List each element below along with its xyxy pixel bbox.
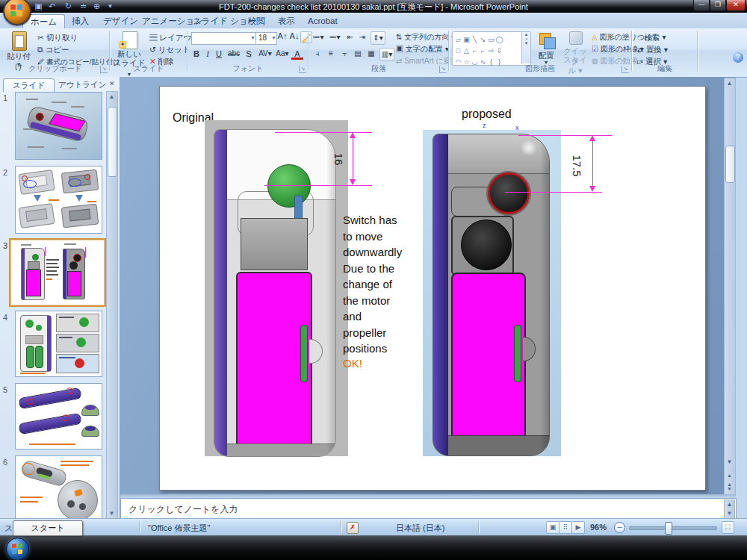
axis-z-label: z — [483, 122, 486, 129]
start-button[interactable] — [6, 538, 29, 560]
align-text-button[interactable]: ▣ 文字の配置 ▾ — [396, 43, 449, 55]
help-icon[interactable]: ? — [733, 52, 743, 63]
fit-to-window-button[interactable]: ⛶ — [722, 521, 734, 534]
restore-button[interactable]: ❐ — [710, 0, 726, 11]
original-green-slot — [300, 325, 308, 382]
paragraph-dialog-launcher[interactable]: ↘ — [439, 66, 447, 73]
dim16-top-line — [275, 132, 372, 133]
proposed-device-image[interactable] — [423, 130, 561, 456]
columns-button[interactable]: ▥▾ — [379, 48, 394, 61]
annotation-text[interactable]: Switch has to move downwardly Due to the… — [343, 212, 421, 357]
font-size-combo[interactable]: 18▼ — [255, 32, 277, 45]
normal-view-button[interactable]: ▣ — [546, 521, 560, 534]
minimize-button[interactable]: — — [693, 0, 710, 11]
align-left-button[interactable]: ⫞ — [312, 48, 323, 60]
notes-placeholder[interactable]: クリックしてノートを入力 — [128, 503, 238, 516]
line-spacing-button[interactable]: ⇕▾ — [371, 31, 385, 45]
clipboard-dialog-launcher[interactable]: ↘ — [100, 66, 108, 73]
slide-thumbnail-1[interactable] — [15, 92, 102, 160]
text-shadow-button[interactable]: S — [244, 48, 254, 60]
zoom-slider-track[interactable] — [629, 526, 717, 530]
close-button[interactable]: ✕ — [726, 0, 746, 11]
group-paragraph: ≔▾ ≕▾ ⇤ ⇥ ⇕▾ ⫞ ≡ ⫟ ▤ ▦ ▥▾ ⇅ 文字列の方向 ▾ ▣ 文… — [309, 30, 448, 73]
axis-x-label: x — [515, 124, 519, 131]
font-color-button[interactable]: A — [291, 48, 303, 60]
panel-scroll-down-icon[interactable]: ▼ — [107, 509, 117, 518]
slide-scroll-up-icon[interactable]: ▲ — [725, 79, 734, 88]
panel-scrollbar-thumb[interactable] — [108, 107, 117, 177]
zoom-percentage[interactable]: 96% — [590, 523, 607, 532]
tab-outline-pane[interactable]: アウトライン — [49, 78, 115, 91]
group-editing: ◌ 検索 ⇄ 置換 ▾ ▻ 選択 ▾ 編集 — [633, 30, 697, 73]
close-pane-icon[interactable]: ✕ — [109, 80, 115, 87]
spellcheck-icon[interactable]: ✗ — [347, 522, 359, 534]
strikethrough-button[interactable]: abc — [226, 48, 242, 60]
tab-acrobat[interactable]: Acrobat — [300, 14, 345, 28]
notes-pane[interactable]: クリックしてノートを入力 ▲ ▼ — [120, 498, 737, 520]
bold-button[interactable]: B — [191, 48, 202, 60]
language-indicator[interactable]: 日本語 (日本) — [396, 523, 444, 534]
shrink-font-button[interactable]: A↓ — [288, 30, 300, 42]
slide-thumbnail-6[interactable] — [15, 455, 102, 520]
find-button[interactable]: ◌ 検索 — [637, 32, 660, 43]
powerpoint-window: ▣ ↶ ↻ ≐ ⊕ ▼ FDT-200-changes check list 2… — [0, 0, 747, 560]
slide-canvas[interactable]: Original proposed — [159, 86, 706, 491]
proposed-label[interactable]: proposed — [462, 108, 512, 121]
clipboard-icon — [12, 31, 27, 51]
group-label-slides: スライド — [111, 63, 187, 74]
tab-review[interactable]: 校閲 — [241, 14, 273, 28]
tab-view[interactable]: 表示 — [270, 14, 303, 28]
zoom-slider-thumb[interactable] — [665, 522, 672, 535]
distribute-button[interactable]: ▦ — [366, 48, 376, 60]
copy-button[interactable]: ⧉ コピー — [37, 44, 69, 55]
tab-slides-pane[interactable]: スライド — [3, 78, 55, 92]
slide-thumbnail-4[interactable] — [15, 311, 102, 377]
group-label-editing: 編集 — [633, 63, 697, 74]
slide-thumbnail-5[interactable] — [15, 383, 102, 449]
tab-insert[interactable]: 挿入 — [64, 14, 96, 28]
font-dialog-launcher[interactable]: ↘ — [299, 66, 306, 73]
slide-thumbnail-3-selected[interactable] — [9, 238, 106, 307]
drawing-dialog-launcher[interactable]: ↘ — [622, 66, 629, 73]
align-right-button[interactable]: ⫟ — [339, 48, 350, 60]
slides-panel: スライド アウトライン ✕ 1 2 — [0, 77, 120, 518]
slide-sorter-view-button[interactable]: ⠿ — [559, 521, 572, 534]
underline-button[interactable]: U — [214, 48, 224, 60]
change-case-button[interactable]: Aa▾ — [275, 48, 290, 60]
shapes-gallery[interactable]: ▱▣╲↘▭◯ □△⌐⌐⇨⇩ ◠☆◡∿{} ▲▪▼ — [452, 31, 531, 66]
notes-scrollbar[interactable]: ▲ ▼ — [724, 500, 735, 519]
slide-thumbnail-2[interactable] — [15, 166, 102, 234]
slide-scrollbar-thumb[interactable] — [725, 146, 735, 183]
text-direction-button[interactable]: ⇅ 文字列の方向 ▾ — [396, 31, 455, 43]
proposed-side-notch — [523, 337, 536, 361]
justify-button[interactable]: ▤ — [353, 48, 363, 60]
bullets-button[interactable]: ≔▾ — [312, 31, 324, 43]
align-center-button[interactable]: ≡ — [326, 48, 336, 60]
group-label-clipboard: クリップボード — [1, 63, 109, 74]
annotation-ok-text[interactable]: OK! — [343, 357, 362, 370]
panel-scrollbar[interactable]: ▲ ▼ — [106, 91, 118, 520]
dim175-bottom-line — [505, 192, 602, 193]
numbering-button[interactable]: ≕▾ — [329, 31, 341, 43]
reset-button[interactable]: ↺ リセット — [149, 44, 190, 55]
cut-button[interactable]: ✂ 切り取り — [37, 32, 78, 43]
group-font: ▼ 18▼ A↑ A↓ 🧹 B I U abc S AV▾ Aa▾ A フォント… — [188, 30, 308, 73]
grow-font-button[interactable]: A↑ — [276, 30, 288, 42]
character-spacing-button[interactable]: AV▾ — [257, 48, 273, 60]
slideshow-view-button[interactable]: ▶ — [571, 521, 585, 534]
font-name-combo[interactable]: ▼ — [191, 32, 256, 45]
dim16-value: 16 — [326, 150, 352, 168]
slide-scrollbar[interactable]: ▲ ▼ ▲▲ ▼▼ — [724, 78, 736, 497]
panel-scroll-up-icon[interactable]: ▲ — [107, 93, 117, 102]
italic-button[interactable]: I — [203, 48, 212, 60]
group-label-font: フォント — [188, 63, 308, 74]
slide-scroll-down-icon[interactable]: ▼ — [725, 458, 734, 467]
original-device-image[interactable] — [205, 120, 348, 456]
replace-button[interactable]: ⇄ 置換 ▾ — [637, 44, 668, 55]
decrease-indent-button[interactable]: ⇤ — [345, 31, 356, 43]
shapes-scroll[interactable]: ▲▪▼ — [521, 32, 530, 63]
increase-indent-button[interactable]: ⇥ — [357, 31, 368, 43]
group-label-drawing: 図形描画 — [450, 63, 630, 74]
theme-name[interactable]: "Office 佈景主題" — [148, 523, 210, 534]
zoom-out-button[interactable]: – — [614, 522, 625, 533]
